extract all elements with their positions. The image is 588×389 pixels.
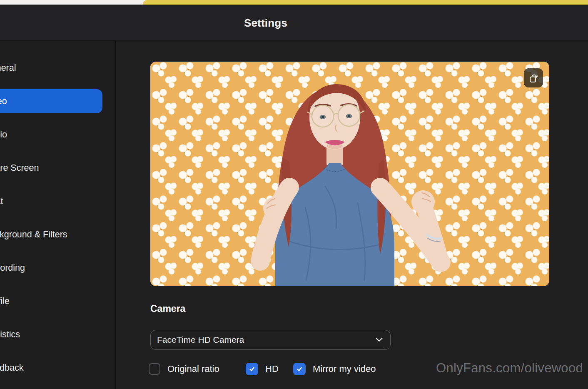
settings-window: Settings General Video Audio Share Scree… [0,0,588,389]
sidebar-item-label: Recording [0,256,25,280]
background-window-strip [0,0,588,5]
sidebar-item-profile[interactable]: Profile [0,289,102,313]
background-window-yellow [143,0,588,5]
sidebar-item-general[interactable]: General [0,56,102,80]
original-ratio-checkbox[interactable] [149,363,160,375]
hd-checkbox[interactable] [246,363,258,375]
mirror-my-video-checkbox[interactable] [293,363,306,375]
sidebar-item-label: General [0,56,16,80]
sidebar: General Video Audio Share Screen Chat Ba… [0,40,115,389]
video-preview [150,62,549,286]
sidebar-item-recording[interactable]: Recording [0,256,102,280]
page-title: Settings [244,16,287,29]
sidebar-item-label: Background & Filters [0,222,67,247]
sidebar-item-share-screen[interactable]: Share Screen [0,156,102,180]
watermark: OnlyFans.com/olivewood [436,361,583,376]
camera-select-dropdown[interactable]: FaceTime HD Camera [150,330,391,350]
camera-preview-image [150,62,549,286]
rotate-button[interactable] [524,68,543,87]
titlebar: Settings [0,5,588,40]
sidebar-item-audio[interactable]: Audio [0,122,102,147]
sidebar-item-feedback[interactable]: Feedback [0,356,102,380]
camera-heading: Camera [150,303,185,314]
sidebar-item-chat[interactable]: Chat [0,189,102,213]
rotate-icon [528,72,539,84]
sidebar-item-label: Chat [0,189,3,213]
camera-select-value: FaceTime HD Camera [157,335,244,345]
sidebar-item-background-filters[interactable]: Background & Filters [0,222,102,247]
sidebar-item-video[interactable]: Video [0,89,102,113]
original-ratio-label: Original ratio [167,363,219,375]
sidebar-divider [115,40,116,389]
checkmark-icon [249,366,255,372]
sidebar-item-label: Statistics [0,322,20,347]
chevron-down-icon [376,338,383,342]
hd-label: HD [265,363,279,375]
sidebar-item-label: Video [0,89,7,113]
checkmark-icon [296,366,303,372]
mirror-my-video-label: Mirror my video [313,363,376,375]
sidebar-item-label: Audio [0,122,7,147]
sidebar-item-label: Share Screen [0,156,39,180]
sidebar-item-label: Profile [0,289,10,313]
sidebar-item-label: Feedback [0,356,23,380]
sidebar-item-statistics[interactable]: Statistics [0,322,102,347]
